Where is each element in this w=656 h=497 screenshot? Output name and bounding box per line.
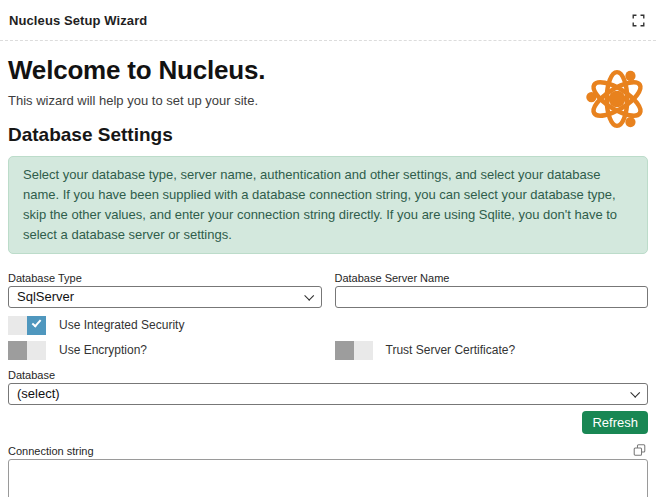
trust-server-certificate-toggle[interactable] <box>335 341 373 360</box>
connection-string-textarea[interactable] <box>8 459 648 497</box>
use-encryption-toggle[interactable] <box>8 341 46 360</box>
welcome-heading: Welcome to Nucleus. <box>8 55 648 86</box>
atom-icon <box>583 67 651 131</box>
check-icon <box>32 317 42 327</box>
info-alert: Select your database type, server name, … <box>8 156 648 254</box>
database-type-value: SqlServer <box>17 289 74 304</box>
trust-server-certificate-label: Trust Server Certificate? <box>386 343 516 357</box>
use-integrated-security-label: Use Integrated Security <box>59 318 184 332</box>
integrated-security-row: Use Integrated Security <box>8 316 648 335</box>
welcome-subtitle: This wizard will help you to set up your… <box>8 93 648 108</box>
database-type-select[interactable]: SqlServer <box>8 286 322 308</box>
chevron-down-icon <box>304 291 314 301</box>
connection-string-header: Connection string <box>8 443 648 457</box>
wizard-title: Nucleus Setup Wizard <box>9 13 147 28</box>
section-title: Database Settings <box>8 124 648 146</box>
database-select[interactable]: (select) <box>8 383 648 405</box>
database-label: Database <box>8 369 648 381</box>
server-name-input[interactable] <box>335 286 649 308</box>
toggle-handle <box>335 341 354 360</box>
connection-string-label: Connection string <box>8 445 94 457</box>
refresh-button[interactable]: Refresh <box>582 411 648 434</box>
wizard-body: Welcome to Nucleus. This wizard will hel… <box>0 55 656 497</box>
form-row-type-server: Database Type SqlServer Database Server … <box>8 272 648 308</box>
database-type-label: Database Type <box>8 272 322 284</box>
server-name-field: Database Server Name <box>335 272 649 308</box>
refresh-row: Refresh <box>8 405 648 434</box>
use-encryption-label: Use Encryption? <box>59 343 147 357</box>
toggle-handle <box>8 341 27 360</box>
use-integrated-security-toggle[interactable] <box>8 316 46 335</box>
fullscreen-expand-icon[interactable] <box>631 13 646 28</box>
wizard-header: Nucleus Setup Wizard <box>0 0 656 41</box>
copy-icon[interactable] <box>633 443 646 457</box>
database-value: (select) <box>17 386 60 401</box>
welcome-section: Welcome to Nucleus. This wizard will hel… <box>8 55 648 108</box>
server-name-label: Database Server Name <box>335 272 649 284</box>
chevron-down-icon <box>630 388 640 398</box>
database-type-field: Database Type SqlServer <box>8 272 322 308</box>
database-field: Database (select) <box>8 369 648 405</box>
use-encryption-row: Use Encryption? <box>8 341 322 360</box>
toggle-handle <box>27 316 46 335</box>
trust-certificate-row: Trust Server Certificate? <box>335 341 649 360</box>
encryption-row: Use Encryption? Trust Server Certificate… <box>8 341 648 360</box>
